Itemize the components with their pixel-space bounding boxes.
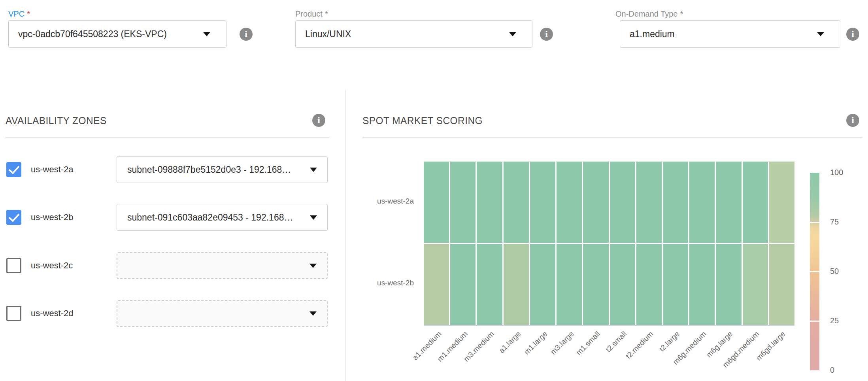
- availability-zones-title: AVAILABILITY ZONES: [6, 115, 107, 127]
- vpc-info-icon[interactable]: i: [240, 28, 253, 41]
- heatmap-cell-us-west-2b-m6gd.large: [769, 244, 794, 325]
- az-zone-label: us-west-2d: [31, 308, 74, 319]
- on-demand-type-select[interactable]: a1.medium: [620, 20, 840, 48]
- on-demand-type-required-asterisk: *: [680, 9, 683, 18]
- vpc-select[interactable]: vpc-0adcb70f645508223 (EKS-VPC): [8, 20, 226, 48]
- dropdown-caret-icon: [310, 215, 317, 220]
- heatmap-x-label: m1.large: [522, 330, 549, 356]
- heatmap-cell-us-west-2a-a1.medium: [424, 162, 449, 243]
- heatmap-y-label: us-west-2b: [377, 279, 414, 287]
- subnet-select-us-west-2b[interactable]: subnet-091c603aa82e09453 - 192.168…: [117, 204, 328, 231]
- heatmap-cell-us-west-2a-t2.medium: [636, 162, 662, 243]
- az-checkbox-us-west-2b[interactable]: [6, 210, 21, 225]
- section-separator: [345, 90, 346, 381]
- heatmap-cell-us-west-2a-t2.small: [610, 162, 635, 243]
- colorbar-tick-line: [810, 271, 819, 272]
- heatmap-cell-us-west-2a-m6gd.medium: [743, 162, 768, 243]
- on-demand-type-label: On-Demand Type*: [615, 9, 683, 19]
- heatmap-cell-us-west-2b-m3.medium: [477, 244, 502, 325]
- availability-zones-info-icon[interactable]: i: [312, 114, 325, 127]
- heatmap-cell-us-west-2b-m3.large: [557, 244, 582, 325]
- az-zone-label: us-west-2a: [31, 164, 74, 175]
- vpc-select-value: vpc-0adcb70f645508223 (EKS-VPC): [9, 29, 167, 40]
- az-row-us-west-2d: us-west-2d: [0, 300, 345, 327]
- heatmap-cell-us-west-2a-m6g.large: [716, 162, 741, 243]
- az-row-us-west-2c: us-west-2c: [0, 252, 345, 279]
- colorbar-tick-line: [810, 222, 819, 223]
- heatmap-cell-us-west-2a-a1.large: [504, 162, 529, 243]
- dropdown-caret-icon: [509, 32, 516, 36]
- product-info-icon[interactable]: i: [540, 28, 553, 41]
- product-label: Product*: [295, 9, 328, 19]
- subnet-select-value: subnet-091c603aa82e09453 - 192.168…: [117, 212, 293, 223]
- az-zone-label: us-west-2c: [31, 260, 73, 271]
- heatmap-cell-us-west-2b-m6gd.medium: [743, 244, 768, 325]
- heatmap-cell-us-west-2b-m1.medium: [450, 244, 476, 325]
- az-checkbox-us-west-2a[interactable]: [6, 162, 21, 177]
- heatmap-cell-us-west-2b-m6g.medium: [689, 244, 715, 325]
- heatmap-x-label: m3.large: [549, 330, 576, 356]
- heatmap-cell-us-west-2b-t2.small: [610, 244, 635, 325]
- heatmap-cell-us-west-2b-m1.large: [530, 244, 555, 325]
- vpc-required-asterisk: *: [27, 9, 30, 18]
- checkmark-icon: [9, 163, 20, 174]
- spot-market-scoring-divider: [362, 137, 862, 138]
- colorbar-tick-line: [810, 321, 819, 322]
- subnet-select-us-west-2a[interactable]: subnet-09888f7be5152d0e3 - 192.168…: [117, 156, 328, 183]
- heatmap-x-label: t2.medium: [624, 330, 655, 360]
- heatmap-cell-us-west-2b-m1.small: [583, 244, 608, 325]
- product-label-text: Product: [295, 9, 323, 18]
- az-row-us-west-2b: us-west-2bsubnet-091c603aa82e09453 - 192…: [0, 204, 345, 231]
- heatmap-cell-us-west-2a-m3.large: [557, 162, 582, 243]
- product-required-asterisk: *: [325, 9, 328, 18]
- heatmap-cell-us-west-2a-m1.large: [530, 162, 555, 243]
- heatmap-cell-us-west-2b-a1.large: [504, 244, 529, 325]
- heatmap-cell-us-west-2a-m3.medium: [477, 162, 502, 243]
- heatmap-cell-us-west-2b-t2.medium: [636, 244, 662, 325]
- heatmap-cell-us-west-2a-m1.medium: [450, 162, 476, 243]
- heatmap-cell-us-west-2a-m6gd.large: [769, 162, 794, 243]
- colorbar-tick-label: 100: [830, 168, 843, 177]
- az-checkbox-us-west-2d[interactable]: [6, 306, 21, 321]
- dropdown-caret-icon: [309, 311, 317, 316]
- on-demand-type-label-text: On-Demand Type: [615, 9, 678, 18]
- az-checkbox-us-west-2c[interactable]: [6, 258, 21, 273]
- heatmap-cell-us-west-2b-a1.medium: [424, 244, 449, 325]
- heatmap-x-label: a1.large: [497, 330, 523, 355]
- dropdown-caret-icon: [203, 32, 210, 36]
- vpc-label: VPC*: [8, 9, 30, 19]
- on-demand-type-select-value: a1.medium: [620, 29, 675, 40]
- spot-market-heatmap: [424, 161, 794, 326]
- heatmap-cell-us-west-2b-m6g.large: [716, 244, 741, 325]
- spot-market-scoring-info-icon[interactable]: i: [846, 114, 859, 127]
- heatmap-y-label: us-west-2a: [377, 197, 414, 206]
- heatmap-cell-us-west-2a-m1.small: [583, 162, 608, 243]
- checkmark-icon: [9, 211, 20, 222]
- product-select-value: Linux/UNIX: [296, 29, 351, 40]
- subnet-select-value: subnet-09888f7be5152d0e3 - 192.168…: [117, 164, 291, 175]
- subnet-select-us-west-2c[interactable]: [117, 252, 328, 279]
- heatmap-cell-us-west-2a-m6g.medium: [689, 162, 715, 243]
- dropdown-caret-icon: [817, 32, 824, 36]
- spot-configuration-page: VPC* vpc-0adcb70f645508223 (EKS-VPC) i P…: [0, 0, 868, 381]
- availability-zones-divider: [6, 137, 329, 138]
- heatmap-x-label: m1.small: [575, 330, 602, 357]
- heatmap-colorbar: [810, 173, 819, 370]
- vpc-label-text: VPC: [8, 9, 25, 18]
- dropdown-caret-icon: [310, 168, 317, 172]
- dropdown-caret-icon: [309, 264, 317, 268]
- az-row-us-west-2a: us-west-2asubnet-09888f7be5152d0e3 - 192…: [0, 156, 345, 183]
- az-zone-label: us-west-2b: [31, 212, 74, 223]
- heatmap-cell-us-west-2a-t2.large: [663, 162, 688, 243]
- on-demand-type-info-icon[interactable]: i: [846, 28, 859, 41]
- spot-market-scoring-title: SPOT MARKET SCORING: [362, 115, 483, 127]
- colorbar-tick-label: 0: [830, 366, 834, 375]
- heatmap-x-label: t2.large: [658, 330, 681, 353]
- colorbar-tick-label: 50: [830, 267, 839, 276]
- colorbar-tick-label: 75: [830, 217, 839, 226]
- colorbar-tick-label: 25: [830, 316, 839, 325]
- heatmap-x-label: t2.small: [604, 330, 628, 354]
- heatmap-cell-us-west-2b-t2.large: [663, 244, 688, 325]
- subnet-select-us-west-2d[interactable]: [117, 300, 328, 327]
- product-select[interactable]: Linux/UNIX: [295, 20, 532, 48]
